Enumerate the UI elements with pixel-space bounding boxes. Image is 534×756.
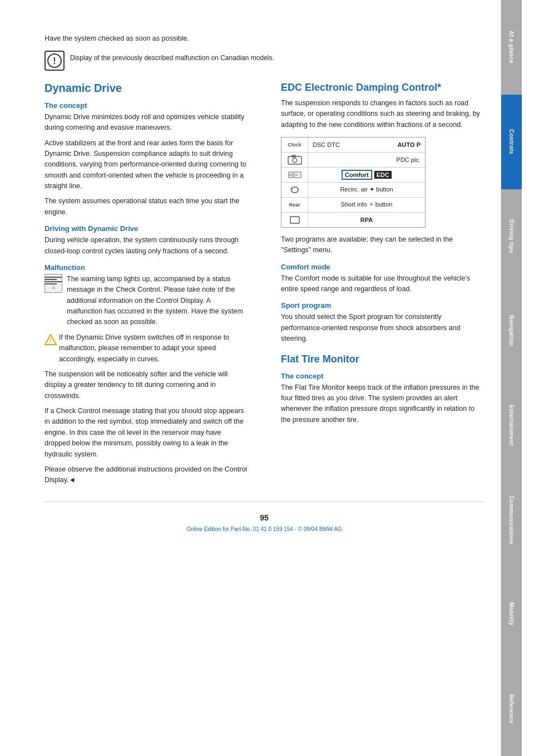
flat-tire-concept-text: The Flat Tire Monitor keeps track of the… xyxy=(281,382,484,426)
edc-two-programs: Two programs are available; they can be … xyxy=(281,234,484,256)
footer-text: Online Edition for Part-No. 01 41 0 159 … xyxy=(186,526,342,532)
sidebar: At a glance Controls Driving tips Naviga… xyxy=(501,0,522,756)
comfort-mode-subtitle: Comfort mode xyxy=(281,263,484,271)
edc-display: Clock DSC DTCAUTO P xyxy=(281,137,426,228)
sport-program-text: You should select the Sport program for … xyxy=(281,312,484,344)
edc-icon-sound xyxy=(281,168,308,182)
icon-line-3 xyxy=(45,281,62,282)
intro-text: Have the system checked as soon as possi… xyxy=(44,33,484,44)
concept-para2: Active stabilizers at the front and rear… xyxy=(44,138,248,192)
sidebar-tab-navigation[interactable]: Navigation xyxy=(501,283,522,378)
page-number: 95 xyxy=(44,513,484,522)
edc-row-4: Recirc. air ✦ button xyxy=(281,183,425,198)
edc-icon-recirc xyxy=(281,183,308,197)
edc-icon-checkbox xyxy=(281,213,308,227)
concept-para1: Dynamic Drive minimizes body roll and op… xyxy=(44,112,248,134)
icon-line-4 xyxy=(45,283,57,284)
sidebar-tab-at-glance[interactable]: At a glance xyxy=(501,0,522,95)
malfunction-para4: Please observe the additional instructio… xyxy=(44,464,248,486)
edc-row-2: PDC pic. xyxy=(281,153,425,168)
edc-main-5: Short info ✧ button xyxy=(308,199,425,210)
edc-row-6: RPA xyxy=(281,213,425,227)
warning-triangle-icon: ! xyxy=(44,333,57,346)
edc-intro: The suspension responds to changes in fa… xyxy=(281,98,484,130)
notice-icon: ! xyxy=(44,51,65,71)
svg-text:!: ! xyxy=(50,338,51,344)
edc-row-5: Rear Short info ✧ button xyxy=(281,198,425,213)
comfort-mode-text: The Comfort mode is suitable for use thr… xyxy=(281,273,484,295)
flat-tire-title: Flat Tire Monitor xyxy=(281,354,484,365)
svg-point-5 xyxy=(293,158,297,163)
sidebar-tab-reference[interactable]: Reference xyxy=(501,661,522,756)
svg-rect-4 xyxy=(288,156,301,164)
malfunction-subtitle: Malfunction xyxy=(44,263,248,272)
icon-line-2 xyxy=(45,279,57,280)
concept-subtitle-left: The concept xyxy=(44,101,248,110)
notice-box: ! Display of the previously described ma… xyxy=(44,51,484,71)
notice-text: Display of the previously described malf… xyxy=(70,51,274,63)
sidebar-tab-communications[interactable]: Communications xyxy=(501,473,522,567)
intro-paragraph: Have the system checked as soon as possi… xyxy=(44,35,189,42)
sidebar-tab-controls[interactable]: Controls xyxy=(501,95,522,189)
driving-with-para: During vehicle operation, the system con… xyxy=(44,235,248,257)
comfort-label: Comfort xyxy=(342,170,372,180)
warning-box: ! If the Dynamic Drive system switches o… xyxy=(44,332,248,365)
svg-rect-15 xyxy=(290,217,299,223)
warning-text: If the Dynamic Drive system switches off… xyxy=(59,332,248,365)
malfunction-para2: The suspension will be noticeably softer… xyxy=(44,369,248,401)
edc-icon-rear: Rear xyxy=(281,198,308,212)
malfunction-icon: ⚠ xyxy=(44,274,62,293)
edc-row-1: Clock DSC DTCAUTO P xyxy=(281,138,425,153)
malfunction-box: ⚠ The warning lamp lights up, accompanie… xyxy=(44,274,248,328)
edc-main-4: Recirc. air ✦ button xyxy=(308,184,425,195)
icon-line-1 xyxy=(45,277,62,278)
sidebar-tab-entertainment[interactable]: Entertainment xyxy=(501,378,522,473)
dynamic-drive-title: Dynamic Drive xyxy=(44,82,248,95)
edc-icon-clock: Clock xyxy=(281,138,308,152)
concept-para3: The system assumes operational status ea… xyxy=(44,196,248,218)
page-footer: 95 Online Edition for Part-No. 01 41 0 1… xyxy=(44,502,484,538)
sport-program-subtitle: Sport program xyxy=(281,301,484,310)
malfunction-para1: The warning lamp lights up, accompanied … xyxy=(67,274,248,328)
edc-title: EDC Electronic Damping Control* xyxy=(281,82,484,94)
sidebar-tab-driving-tips[interactable]: Driving tips xyxy=(501,189,522,284)
edc-main-6: RPA xyxy=(308,215,425,225)
malfunction-para3: If a Check Control message stating that … xyxy=(44,406,248,460)
sidebar-tab-mobility[interactable]: Mobility xyxy=(501,567,522,662)
svg-text:!: ! xyxy=(53,56,56,66)
edc-label: EDC xyxy=(374,171,392,179)
edc-main-3: Comfort EDC xyxy=(308,168,425,181)
edc-main-2: PDC pic. xyxy=(308,155,425,165)
flat-tire-concept-subtitle: The concept xyxy=(281,372,484,380)
edc-main-1: DSC DTCAUTO P xyxy=(308,140,425,150)
edc-row-3: Comfort EDC xyxy=(281,168,425,183)
edc-icon-camera xyxy=(281,153,308,167)
driving-with-subtitle: Driving with Dynamic Drive xyxy=(44,224,248,233)
